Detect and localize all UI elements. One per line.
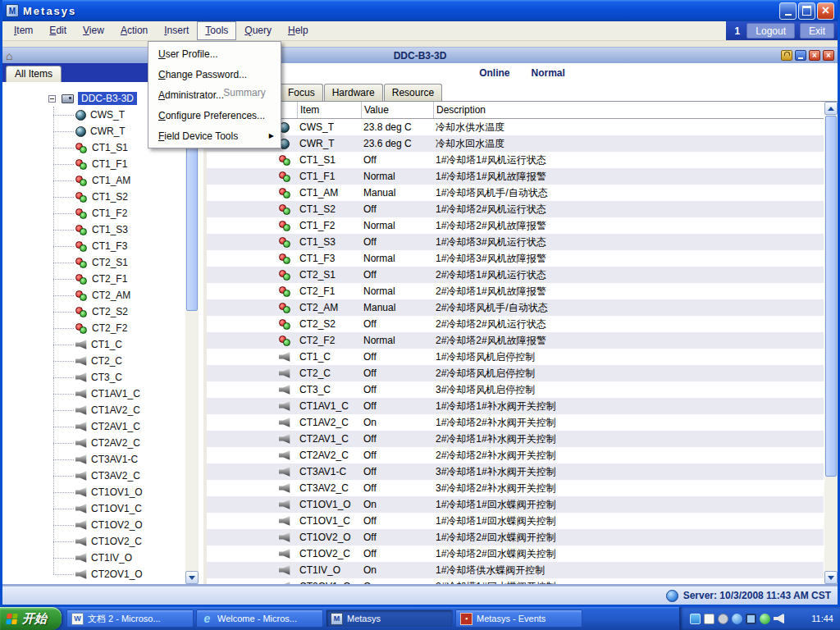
tree-expander-icon[interactable] — [48, 95, 56, 103]
table-row-ct1av2-c[interactable]: CT1AV2_COn1#冷却塔2#补水阀开关控制 — [207, 414, 824, 431]
tray-globe-icon[interactable] — [732, 614, 742, 624]
taskbar-task-welcome-micros[interactable]: Welcome - Micros... — [196, 609, 323, 628]
menu-insert[interactable]: Insert — [156, 21, 197, 40]
table-row-ct1-f1[interactable]: CT1_F1Normal1#冷却塔1#风机故障报警 — [207, 168, 824, 185]
tray-display-icon[interactable] — [746, 614, 756, 624]
tree-item-ct3av2-c[interactable]: CT3AV2_C — [2, 468, 184, 484]
tab-focus[interactable]: Focus — [280, 84, 323, 101]
logout-button[interactable]: Logout — [746, 23, 795, 39]
tree-item-ct1-f3[interactable]: CT1_F3 — [2, 238, 184, 254]
table-row-ct2av1-c[interactable]: CT2AV1_COff2#冷却塔1#补水阀开关控制 — [207, 431, 824, 447]
column-header-description[interactable]: Description — [433, 102, 824, 118]
child-minimize-button[interactable] — [795, 50, 806, 61]
tree-item-ct2-f2[interactable]: CT2_F2 — [2, 320, 184, 336]
tray-status-green-icon[interactable] — [760, 614, 770, 624]
tree-item-ct1iv-o[interactable]: CT1IV_O — [2, 550, 184, 566]
table-row-ct1-s2[interactable]: CT1_S2Off1#冷却塔2#风机运行状态 — [207, 201, 824, 217]
table-row-ct1ov2-o[interactable]: CT1OV2_OOff1#冷却塔2#回水蝶阀开控制 — [207, 529, 824, 546]
column-header-value[interactable]: Value — [361, 102, 433, 118]
table-row-ct2-am[interactable]: CT2_AMManual2#冷却塔风机手/自动状态 — [207, 299, 824, 316]
tree-item-ct2-c[interactable]: CT2_C — [2, 353, 184, 369]
menu-query[interactable]: Query — [236, 21, 280, 40]
tree-item-ct1ov2-c[interactable]: CT1OV2_C — [2, 533, 184, 550]
menu-tools[interactable]: Tools — [197, 21, 236, 40]
menu-edit[interactable]: Edit — [41, 21, 75, 40]
tree-item-ct2-s1[interactable]: CT2_S1 — [2, 254, 184, 271]
tree-item-ct3-c[interactable]: CT3_C — [2, 369, 184, 386]
tools-menu-item-configure-preferences[interactable]: Configure Preferences... — [148, 105, 281, 126]
window-restore-button[interactable] — [798, 2, 815, 20]
tree-item-ct1-f2[interactable]: CT1_F2 — [2, 205, 184, 221]
table-scroll-down-button[interactable] — [824, 571, 838, 584]
table-row-ct1av1-c[interactable]: CT1AV1_COff1#冷却塔1#补水阀开关控制 — [207, 398, 824, 414]
child-close-button[interactable]: × — [809, 50, 820, 61]
lock-icon[interactable] — [781, 50, 792, 61]
tray-document-icon[interactable] — [704, 614, 714, 624]
table-row-ct1-am[interactable]: CT1_AMManual1#冷却塔风机手/自动状态 — [207, 185, 824, 201]
tree-item-ct1av2-c[interactable]: CT1AV2_C — [2, 402, 184, 418]
tree-scroll-down-button[interactable] — [185, 571, 199, 584]
table-row-ct2-f1[interactable]: CT2_F1Normal2#冷却塔1#风机故障报警 — [207, 283, 824, 299]
tree-item-ct1-s3[interactable]: CT1_S3 — [2, 221, 184, 238]
tools-menu-item-change-password[interactable]: Change Password... — [148, 64, 281, 84]
taskbar-task-metasys[interactable]: Metasys — [326, 609, 453, 628]
tools-menu-item-field-device-tools[interactable]: Field Device Tools▶ — [148, 126, 281, 146]
exit-button[interactable]: Exit — [800, 23, 834, 39]
child-window-titlebar[interactable]: ⌂ DDC-B3-3D × × — [2, 47, 838, 63]
table-row-ct2-f2[interactable]: CT2_F2Normal2#冷却塔2#风机故障报警 — [207, 332, 824, 349]
tree-item-ct2-am[interactable]: CT2_AM — [2, 287, 184, 304]
menu-action[interactable]: Action — [112, 21, 156, 40]
tree-item-ct2-s2[interactable]: CT2_S2 — [2, 304, 184, 320]
tab-resource[interactable]: Resource — [384, 84, 442, 101]
tree-item-ct1ov1-o[interactable]: CT1OV1_O — [2, 484, 184, 500]
tree-item-ct1-f1[interactable]: CT1_F1 — [2, 156, 184, 172]
tools-menu-item-user-profile[interactable]: User Profile... — [148, 43, 281, 64]
menu-view[interactable]: View — [75, 21, 112, 40]
tree-item-ct1ov1-c[interactable]: CT1OV1_C — [2, 500, 184, 517]
table-row-ct1-c[interactable]: CT1_COff1#冷却塔风机启停控制 — [207, 349, 824, 365]
menu-item[interactable]: Item — [6, 21, 41, 40]
table-scrollbar-thumb[interactable] — [825, 116, 837, 477]
table-row-ct3av1-c[interactable]: CT3AV1-COff3#冷却塔1#补水阀开关控制 — [207, 463, 824, 480]
tree-item-ct2-f1[interactable]: CT2_F1 — [2, 271, 184, 287]
tree-item-ct2av2-c[interactable]: CT2AV2_C — [2, 435, 184, 451]
tree-item-ct1av1-c[interactable]: CT1AV1_C — [2, 386, 184, 402]
taskbar-task-2-microso[interactable]: 文档 2 - Microso... — [66, 609, 194, 628]
table-row-ct2av2-c[interactable]: CT2AV2_COff2#冷却塔2#补水阀开关控制 — [207, 447, 824, 463]
tab-summary[interactable]: Summary — [210, 84, 279, 101]
window-titlebar[interactable]: Metasys — [2, 0, 838, 21]
tree-item-ct1ov2-o[interactable]: CT1OV2_O — [2, 517, 184, 533]
table-row-ct3-c[interactable]: CT3_COff3#冷却塔风机启停控制 — [207, 381, 824, 398]
table-row-ct2-s2[interactable]: CT2_S2Off2#冷却塔2#风机运行状态 — [207, 316, 824, 332]
tree-item-ct1-s2[interactable]: CT1_S2 — [2, 189, 184, 205]
tree-scrollbar[interactable] — [185, 82, 199, 584]
table-row-cws-t[interactable]: CWS_T23.8 deg C冷却水供水温度 — [207, 119, 824, 135]
menu-help[interactable]: Help — [280, 21, 317, 40]
tree-item-ct3av1-c[interactable]: CT3AV1-C — [2, 451, 184, 468]
table-row-ct1ov1-o[interactable]: CT1OV1_OOn1#冷却塔1#回水蝶阀开控制 — [207, 496, 824, 513]
tree-item-ct2av1-c[interactable]: CT2AV1_C — [2, 418, 184, 435]
window-minimize-button[interactable] — [779, 2, 797, 20]
table-scroll-up-button[interactable] — [824, 102, 838, 115]
tray-volume-icon[interactable] — [774, 614, 784, 624]
tab-hardware[interactable]: Hardware — [324, 84, 383, 101]
table-row-ct1-f3[interactable]: CT1_F3Normal1#冷却塔3#风机故障报警 — [207, 250, 824, 267]
tree-item-ct1-am[interactable]: CT1_AM — [2, 172, 184, 189]
all-items-tab[interactable]: All Items — [6, 66, 62, 82]
table-row-ct1-s1[interactable]: CT1_S1Off1#冷却塔1#风机运行状态 — [207, 152, 824, 168]
table-row-ct2ov1-o[interactable]: CT2OV1_OOn2#冷却塔1#回水蝶阀开控制 — [207, 578, 824, 584]
table-row-ct2-s1[interactable]: CT2_S1Off2#冷却塔1#风机运行状态 — [207, 267, 824, 283]
table-row-ct1ov1-c[interactable]: CT1OV1_COff1#冷却塔1#回水蝶阀关控制 — [207, 513, 824, 529]
start-button[interactable]: 开始 — [0, 607, 62, 630]
column-header-item[interactable]: Item — [297, 102, 361, 118]
window-close-button[interactable] — [817, 2, 834, 20]
table-row-ct2-c[interactable]: CT2_COff2#冷却塔风机启停控制 — [207, 365, 824, 381]
table-row-ct1iv-o[interactable]: CT1IV_OOn1#冷却塔供水蝶阀开控制 — [207, 562, 824, 578]
table-row-ct3av2-c[interactable]: CT3AV2_COff3#冷却塔2#补水阀开关控制 — [207, 480, 824, 496]
table-row-ct1-f2[interactable]: CT1_F2Normal1#冷却塔2#风机故障报警 — [207, 217, 824, 234]
table-row-ct1ov2-c[interactable]: CT1OV2_COff1#冷却塔2#回水蝶阀关控制 — [207, 546, 824, 562]
child-close-all-button[interactable]: × — [823, 50, 834, 61]
table-scrollbar[interactable] — [824, 102, 838, 584]
taskbar-task-metasys-events[interactable]: Metasys - Events — [455, 609, 582, 628]
tray-pin-icon[interactable] — [718, 614, 728, 624]
